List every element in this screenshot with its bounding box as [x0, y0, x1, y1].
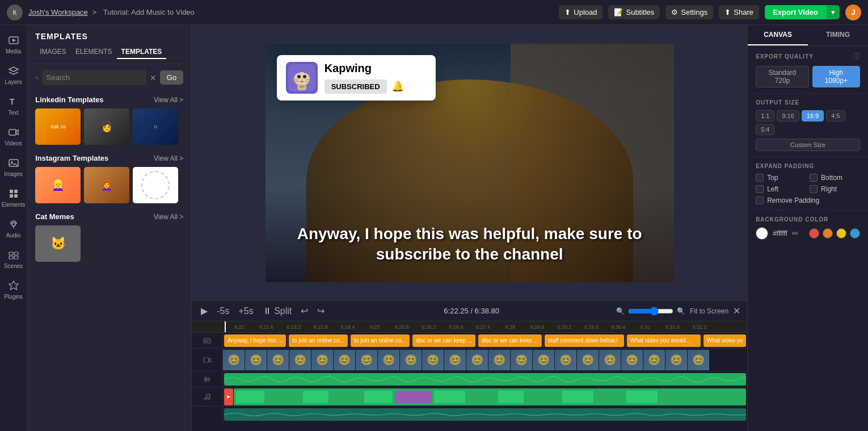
template-thumb[interactable]: [133, 167, 178, 203]
sidebar-item-scenes[interactable]: Scenes: [1, 244, 27, 274]
expand-padding-section: EXPAND PADDING Top Bottom Left Right: [748, 157, 868, 211]
color-preview[interactable]: [756, 227, 768, 240]
subtitle-segment[interactable]: to join an online co...: [351, 334, 410, 347]
sidebar-item-elements[interactable]: Elements: [1, 183, 27, 212]
sidebar-item-plugins[interactable]: Plugins: [1, 275, 27, 304]
channel-avatar: [286, 62, 318, 94]
template-thumb[interactable]: 🐱: [35, 225, 81, 262]
expand-bottom-item[interactable]: Bottom: [810, 174, 860, 182]
info-icon[interactable]: ⓘ: [853, 52, 860, 61]
canvas-area: Kapwing SUBSCRIBED 🔔 Anyway, I hope this…: [192, 25, 747, 300]
size-9-16-button[interactable]: 9:16: [777, 110, 799, 122]
expand-left-checkbox[interactable]: [756, 185, 764, 193]
color-swatch-blue[interactable]: [850, 228, 860, 238]
play-button[interactable]: ▶: [199, 304, 210, 317]
background-color-section: BACKGROUND COLOR #ffffff ✏: [748, 211, 868, 245]
clear-search-button[interactable]: ✕: [150, 73, 157, 82]
remove-padding-checkbox[interactable]: [756, 196, 764, 204]
tab-images[interactable]: IMAGES: [35, 45, 71, 59]
template-thumb[interactable]: N: [133, 108, 178, 145]
sidebar-item-audio[interactable]: Audio: [1, 214, 27, 243]
expand-grid: Top Bottom Left Right: [756, 174, 860, 193]
cat-template-grid: 🐱: [35, 225, 183, 262]
export-dropdown-button[interactable]: ▾: [826, 5, 840, 19]
app-logo: K: [7, 5, 23, 20]
bg-color-label: BACKGROUND COLOR: [756, 216, 860, 223]
search-input[interactable]: [42, 70, 146, 85]
sidebar-item-videos[interactable]: Videos: [1, 122, 27, 151]
expand-left-item[interactable]: Left: [756, 185, 806, 193]
export-main-button[interactable]: Export Video: [765, 5, 826, 19]
split-button[interactable]: ⏸ Split: [260, 305, 294, 317]
template-thumb[interactable]: 👩: [84, 108, 129, 145]
skip-back-button[interactable]: -5s: [214, 305, 231, 317]
redo-button[interactable]: ↪: [315, 304, 327, 317]
color-edit-icon[interactable]: ✏: [792, 229, 799, 238]
standard-quality-button[interactable]: Standard 720p: [756, 66, 809, 87]
template-thumb[interactable]: 👱‍♀️: [35, 167, 81, 203]
template-thumb[interactable]: 👩‍🦰: [84, 167, 129, 203]
subtitle-segment[interactable]: Anyway, I hope this ...: [224, 334, 286, 347]
sidebar-item-layers[interactable]: Layers: [1, 60, 27, 90]
instagram-view-all[interactable]: View All >: [154, 154, 183, 162]
cat-view-all[interactable]: View All >: [154, 213, 183, 221]
linkedin-templates-section: Linkedin Templates View All > Ask us 👩 N: [27, 91, 191, 149]
subtitle-segment[interactable]: staff comment down below.!: [545, 334, 624, 347]
close-timeline-button[interactable]: ✕: [733, 306, 740, 316]
ruler-mark: 6:29.2: [551, 324, 578, 330]
share-button[interactable]: ⬆ Share: [719, 5, 759, 19]
linkedin-view-all[interactable]: View All >: [154, 96, 183, 104]
svg-rect-9: [14, 190, 18, 193]
go-button[interactable]: Go: [160, 70, 183, 85]
color-swatch-orange[interactable]: [823, 228, 833, 238]
subtitle-segment[interactable]: What video you would...: [627, 334, 701, 347]
expand-right-item[interactable]: Right: [810, 185, 860, 193]
avatar[interactable]: J: [845, 5, 861, 20]
subtitle-segment[interactable]: disc or we can keep ...: [478, 334, 542, 347]
size-16-9-button[interactable]: 16:9: [802, 110, 824, 122]
color-swatch-yellow[interactable]: [836, 228, 846, 238]
video-frames[interactable]: 😊 😊 😊 😊 😊 😊 😊 😊 😊 😊 😊 😊: [223, 349, 747, 371]
tab-timing[interactable]: TIMING: [808, 25, 868, 45]
tab-elements[interactable]: ELEMENTS: [71, 45, 117, 59]
subtitle-segment[interactable]: disc or we can keep ...: [412, 334, 476, 347]
ruler-mark: 6:31: [632, 324, 659, 330]
subscribe-button[interactable]: SUBSCRIBED: [325, 79, 387, 94]
bell-icon[interactable]: 🔔: [391, 80, 404, 93]
ruler-mark: 6:28: [496, 324, 524, 330]
settings-button[interactable]: ⚙ Settings: [665, 5, 713, 19]
color-swatch-red[interactable]: [809, 228, 819, 238]
tab-templates[interactable]: TEMPLATES: [117, 45, 167, 59]
bottom-audio-area[interactable]: [223, 407, 747, 422]
upload-button[interactable]: ⬆ Upload: [559, 5, 602, 19]
workspace-link[interactable]: Josh's Workspace: [28, 8, 88, 16]
subtitles-button[interactable]: 📝 Subtitles: [608, 5, 660, 19]
sidebar-item-media[interactable]: Media: [1, 30, 27, 59]
high-quality-button[interactable]: High 1080p+: [812, 66, 860, 87]
subtitle-track-label: [192, 333, 223, 348]
expand-top-item[interactable]: Top: [756, 174, 806, 182]
skip-forward-button[interactable]: +5s: [236, 305, 255, 317]
sidebar-item-text[interactable]: T Text: [1, 91, 27, 120]
custom-size-button[interactable]: Custom Size: [756, 139, 860, 151]
fit-to-screen-button[interactable]: Fit to Screen: [690, 307, 728, 315]
template-thumb[interactable]: Ask us: [35, 108, 81, 145]
size-5-4-button[interactable]: 5:4: [756, 124, 774, 135]
expand-top-checkbox[interactable]: [756, 174, 764, 182]
size-4-5-button[interactable]: 4:5: [826, 110, 845, 122]
subtitle-segment[interactable]: to join an online co...: [289, 334, 348, 347]
expand-right-checkbox[interactable]: [810, 185, 818, 193]
zoom-slider[interactable]: [628, 307, 673, 316]
panel-search: ✕ Go: [27, 64, 191, 91]
undo-button[interactable]: ↩: [298, 304, 310, 317]
video-canvas[interactable]: Kapwing SUBSCRIBED 🔔 Anyway, I hope this…: [266, 44, 674, 282]
expand-bottom-checkbox[interactable]: [810, 174, 818, 182]
sidebar-item-images[interactable]: Images: [1, 152, 27, 182]
bottom-track-row: [192, 407, 747, 422]
subtitle-segment[interactable]: What video yo: [703, 334, 746, 347]
size-1-1-button[interactable]: 1:1: [756, 110, 774, 122]
remove-padding-item[interactable]: Remove Padding: [756, 196, 860, 204]
audio-waveform-area[interactable]: [223, 371, 747, 387]
tab-canvas[interactable]: CANVAS: [748, 25, 808, 45]
music-segments[interactable]: ▶: [223, 387, 747, 406]
